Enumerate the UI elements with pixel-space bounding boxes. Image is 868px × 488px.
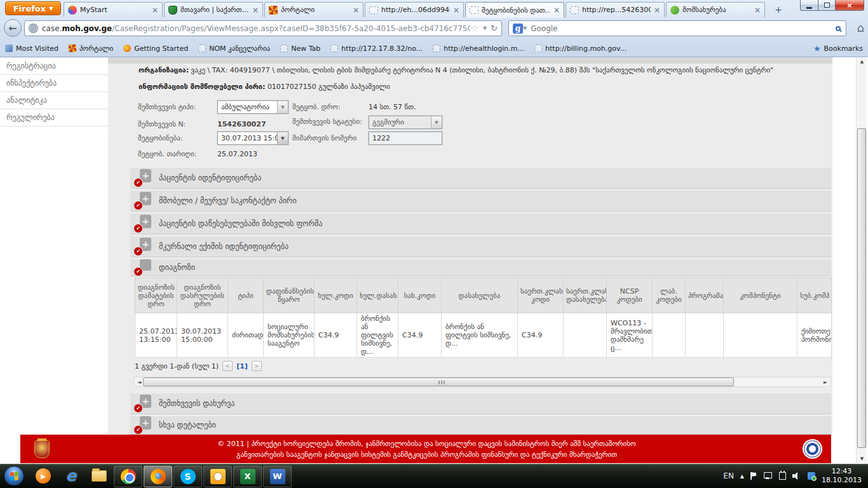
expand-check-icon[interactable]: +✔	[134, 192, 151, 210]
back-button[interactable]: ←	[4, 19, 22, 37]
system-tray: EN ▲ 12:43 18.10.2013	[723, 467, 868, 485]
table-header-cell: ტიპი	[228, 278, 264, 313]
bookmark-getting-started[interactable]: Getting Started	[123, 44, 188, 53]
expand-check-icon[interactable]: +✔	[134, 395, 151, 412]
search-input[interactable]	[531, 24, 836, 33]
section-doctor-identification[interactable]: +✔ მკურნალი ექიმის იდენტიფიცირება	[130, 236, 831, 257]
bookmark-nom[interactable]: NOM კანცელარია	[198, 44, 270, 53]
home-icon[interactable]: ⌂	[857, 21, 864, 34]
tab-ehealth[interactable]: http://eh...06dd99461 ×	[365, 2, 464, 17]
scroll-right-icon[interactable]: ►	[820, 379, 831, 385]
bookmark-portal[interactable]: პორტალი	[69, 44, 113, 53]
message-time-value: 14 სთ. 57 წთ.	[369, 103, 416, 111]
sidebar-item-inspection[interactable]: ინსპექტირება	[0, 75, 108, 92]
table-row[interactable]: 25.07.2013 13:15:00 30.07.2013 15:00:00 …	[135, 313, 832, 358]
tab-close-icon[interactable]: ×	[654, 7, 660, 13]
tab-close-icon[interactable]: ×	[252, 7, 259, 13]
bookmark-most-visited[interactable]: Most Visited	[5, 44, 58, 53]
current-page[interactable]: [1]	[236, 362, 248, 370]
horizontal-scrollbar-thumb[interactable]	[143, 377, 734, 386]
section-other-details[interactable]: +✔ სხვა დეტალები	[130, 416, 831, 435]
expand-check-icon[interactable]: ✔	[134, 259, 151, 276]
tab-close-icon[interactable]: ×	[754, 7, 761, 13]
section-admission-form[interactable]: +✔ პაციენტის დაწესებულებაში მისვლის ფორმ…	[130, 213, 831, 234]
section-case-closure[interactable]: +✔ შემთხვევის დახურვა	[130, 393, 831, 414]
taskbar-internet-explorer-button[interactable]: e	[57, 464, 85, 487]
taskbar-skype-button[interactable]: S	[173, 466, 202, 487]
url-text[interactable]: case.moh.gov.ge/CaseRegistration/Pages/V…	[42, 24, 470, 33]
network-icon[interactable]	[764, 472, 773, 480]
tab-report[interactable]: http://rep...542630027 ×	[566, 2, 665, 17]
referral-number-input[interactable]	[369, 132, 442, 145]
url-bar[interactable]: case.moh.gov.ge/CaseRegistration/Pages/V…	[24, 20, 502, 36]
new-tab-button[interactable]: +	[770, 4, 787, 16]
next-page-button[interactable]: >	[252, 361, 262, 371]
tab-mystart[interactable]: MyStart ×	[64, 2, 163, 17]
footer-line-2: განვითარების სააგენტოს ჯანდაცვის სისტემი…	[50, 449, 804, 460]
tab-portal[interactable]: პორტალი ×	[264, 2, 363, 17]
tab-close-icon[interactable]: ×	[353, 7, 359, 13]
show-bookmarks-button[interactable]: ★ Bookmarks	[813, 44, 863, 53]
taskbar-firefox-button[interactable]	[144, 466, 172, 487]
section-diagnosis[interactable]: ✔ დიაგნოზი	[130, 259, 831, 276]
restore-button[interactable]	[818, 0, 836, 11]
site-identity-globe-icon[interactable]	[29, 24, 38, 33]
bookmark-billing[interactable]: http://billing.moh.gov...	[534, 44, 627, 53]
bookmark-new-tab[interactable]: New Tab	[280, 44, 320, 53]
bookmark-ehealthlogin[interactable]: http://ehealthlogin.m...	[433, 44, 524, 53]
expand-check-icon[interactable]: +✔	[134, 215, 151, 233]
scroll-down-icon[interactable]: ▼	[857, 456, 867, 461]
hidden-icons-chevron-icon[interactable]: ▲	[740, 473, 744, 479]
expand-check-icon[interactable]: +✔	[134, 416, 151, 434]
url-dropdown-icon[interactable]: ▼	[483, 25, 487, 31]
taskbar-clock[interactable]: 12:43 18.10.2013	[822, 467, 862, 485]
tab-close-icon[interactable]: ×	[152, 7, 158, 13]
bookmark-172-17[interactable]: http://172.17.8.32/no...	[330, 44, 423, 53]
sidebar-item-regulation[interactable]: რეგულირება	[0, 109, 108, 126]
case-type-select[interactable]: ამბულატორია ▼	[217, 100, 288, 114]
table-cell: ქიმიოთე ჰორმონო	[797, 313, 832, 358]
expand-check-icon[interactable]: +✔	[134, 169, 151, 187]
tab-momsakhureba[interactable]: მომსახურება ×	[666, 2, 765, 17]
close-button[interactable]: ×	[836, 0, 864, 11]
vertical-scrollbar-thumb[interactable]	[857, 128, 866, 448]
table-cell: C34.9	[398, 313, 442, 358]
sidebar-item-registration[interactable]: რეგისტრაცია	[0, 58, 108, 75]
reload-icon[interactable]: ↻	[491, 24, 498, 33]
tab-mtavari[interactable]: მთავარი | საქართ... ×	[164, 2, 263, 17]
expand-check-icon[interactable]: +✔	[134, 238, 151, 255]
search-box[interactable]: g ▼	[508, 20, 846, 36]
minimize-button[interactable]	[800, 0, 818, 11]
search-icon[interactable]	[836, 26, 841, 31]
start-button[interactable]	[4, 466, 24, 486]
action-center-flag-icon[interactable]	[750, 472, 757, 480]
status-select[interactable]: გეგმიური ▼	[369, 116, 442, 129]
section-parent-guardian[interactable]: +✔ მშობელი / მეურვე/ საკონტაქტო პირი	[130, 190, 831, 212]
speaker-icon[interactable]	[792, 472, 801, 480]
tab-close-icon[interactable]: ×	[553, 7, 560, 13]
sidebar-item-analytics[interactable]: ანალიტიკა	[0, 92, 108, 109]
tab-message-active[interactable]: შეტყობინების დათ... ×	[465, 2, 564, 18]
calendar-icon[interactable]	[779, 472, 786, 480]
firefox-menu-button[interactable]: Firefox ▼	[5, 1, 61, 15]
vertical-scrollbar[interactable]: ▲ ▼	[856, 57, 867, 463]
language-indicator[interactable]: EN	[723, 471, 734, 480]
search-engine-dropdown-icon[interactable]: ▼	[523, 25, 527, 31]
taskbar-chrome-button[interactable]	[114, 466, 142, 487]
prev-page-button[interactable]: <	[222, 361, 233, 371]
taskbar-excel-button[interactable]: X	[233, 466, 262, 487]
scroll-up-icon[interactable]: ▲	[857, 59, 867, 64]
tab-close-icon[interactable]: ×	[453, 7, 459, 13]
taskbar-media-player-button[interactable]: ▶	[29, 464, 57, 487]
bookmark-star-icon[interactable]: ☆	[470, 23, 478, 34]
section-patient-identification[interactable]: +✔ პაციენტის იდენტიფიცირება	[130, 167, 831, 189]
google-icon[interactable]: g	[513, 24, 523, 34]
firefox-icon	[123, 44, 131, 52]
dropbox-icon[interactable]	[808, 472, 815, 480]
horizontal-scrollbar[interactable]: ◄ ►	[133, 377, 831, 387]
notification-date-select[interactable]: 30.07.2013 15:01 ▼	[217, 132, 288, 145]
taskbar-explorer-button[interactable]	[85, 464, 113, 487]
main-panel: ორგანიზაცია: ვაკე \ TAX: 404919077 \ თბი…	[108, 57, 832, 435]
taskbar-outlook-button[interactable]	[203, 466, 232, 487]
taskbar-word-button[interactable]: W	[263, 466, 292, 487]
